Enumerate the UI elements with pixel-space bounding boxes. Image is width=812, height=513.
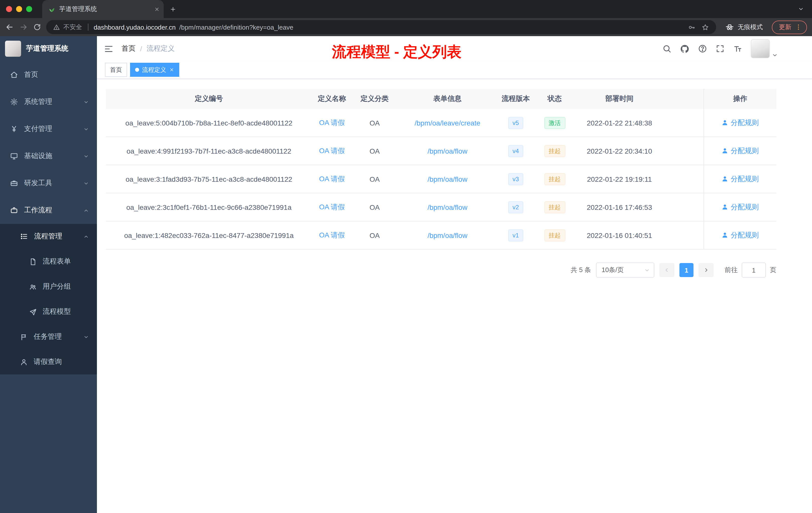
- sidebar-item-leave-query[interactable]: 请假查询: [0, 350, 97, 374]
- url-divider: [88, 24, 88, 31]
- sidebar-item-payment[interactable]: 支付管理: [0, 116, 97, 143]
- definition-name-link[interactable]: OA 请假: [319, 175, 345, 182]
- goto-label: 前往: [725, 266, 738, 275]
- form-link[interactable]: /bpm/oa/flow: [428, 147, 467, 155]
- action-label: 分配规则: [731, 231, 759, 240]
- security-label[interactable]: 不安全: [63, 23, 82, 31]
- prev-page-button[interactable]: [659, 263, 674, 277]
- tag-process-definition[interactable]: 流程定义: [130, 63, 179, 77]
- close-tab-icon[interactable]: [154, 6, 160, 12]
- app-title: 芋道管理系统: [26, 44, 68, 53]
- sidebar-item-workflow[interactable]: 工作流程: [0, 197, 97, 224]
- pagination: 共 5 条 10条/页 1 前往 页: [106, 263, 776, 278]
- assign-rule-link[interactable]: 分配规则: [722, 203, 759, 212]
- tab-search-chevron-icon[interactable]: [798, 6, 804, 12]
- font-size-icon[interactable]: [733, 44, 742, 53]
- new-tab-button[interactable]: [170, 6, 176, 12]
- sidebar-item-system[interactable]: 系统管理: [0, 88, 97, 116]
- minimize-window-button[interactable]: [16, 6, 22, 12]
- goto-page-input[interactable]: [742, 263, 766, 278]
- chevron-down-icon: [83, 99, 89, 105]
- sidebar-item-process-form[interactable]: 流程表单: [0, 249, 97, 274]
- definition-category: OA: [352, 231, 397, 239]
- flag-icon: [20, 333, 28, 340]
- forward-icon[interactable]: [19, 23, 28, 32]
- page-unit-label: 页: [770, 266, 776, 275]
- workflow-submenu: 流程管理 流程表单 用户分组 流程模型 任务管理: [0, 224, 97, 374]
- page-size-value: 10条/页: [602, 266, 624, 275]
- chevron-up-icon: [83, 208, 89, 213]
- sidebar-item-process-management[interactable]: 流程管理: [0, 224, 97, 249]
- definition-category: OA: [352, 147, 397, 155]
- assign-rule-link[interactable]: 分配规则: [722, 146, 759, 155]
- form-link[interactable]: /bpm/oa/flow: [428, 231, 467, 239]
- column-header: 表单信息: [397, 94, 498, 103]
- app-logo[interactable]: 芋道管理系统: [0, 36, 97, 61]
- reload-icon[interactable]: [33, 23, 41, 31]
- back-icon[interactable]: [5, 23, 14, 32]
- avatar[interactable]: [751, 39, 770, 58]
- breadcrumb-home[interactable]: 首页: [121, 44, 136, 53]
- zoom-window-button[interactable]: [26, 6, 32, 12]
- chevron-down-icon: [644, 267, 650, 273]
- definition-name-link[interactable]: OA 请假: [319, 203, 345, 211]
- search-icon[interactable]: [662, 44, 671, 53]
- users-icon: [29, 283, 37, 291]
- help-icon[interactable]: [698, 44, 707, 53]
- sidebar-item-home[interactable]: 首页: [0, 61, 97, 88]
- github-icon[interactable]: [680, 44, 690, 54]
- not-secure-warning-icon[interactable]: [53, 24, 60, 30]
- chevron-down-icon: [83, 180, 89, 186]
- definition-id: oa_leave:4:991f2193-7b7f-11ec-a3c8-acde4…: [106, 147, 312, 155]
- definition-name-link[interactable]: OA 请假: [319, 146, 345, 154]
- close-window-button[interactable]: [6, 6, 12, 12]
- definition-category: OA: [352, 119, 397, 127]
- browser-menu-icon[interactable]: [795, 24, 802, 31]
- document-icon: [29, 258, 37, 265]
- sidebar-item-dev-tools[interactable]: 研发工具: [0, 170, 97, 197]
- tag-home[interactable]: 首页: [105, 63, 127, 77]
- next-page-button[interactable]: [698, 263, 714, 277]
- page-size-select[interactable]: 10条/页: [596, 263, 654, 278]
- password-key-icon[interactable]: [688, 23, 696, 31]
- assign-rule-link[interactable]: 分配规则: [722, 231, 759, 240]
- toolbox-icon: [10, 179, 18, 187]
- monitor-icon: [10, 152, 18, 160]
- sidebar-item-label: 基础设施: [24, 152, 52, 161]
- status-badge: 挂起: [544, 173, 565, 185]
- version-badge: v1: [508, 229, 523, 241]
- user-menu[interactable]: [751, 39, 778, 58]
- address-bar[interactable]: 不安全 dashboard.yudao.iocoder.cn /bpm/mana…: [46, 20, 716, 34]
- bookmark-star-icon[interactable]: [701, 23, 709, 31]
- form-link[interactable]: /bpm/oa/flow: [428, 175, 467, 183]
- column-header: 状态: [534, 94, 576, 103]
- table-row: oa_leave:2:3c1f0ef1-76b1-11ec-9c66-a2380…: [106, 193, 776, 221]
- browser-tab[interactable]: 芋道管理系统: [42, 0, 164, 18]
- list-icon: [20, 233, 28, 240]
- form-link[interactable]: /bpm/oa/leave/create: [414, 119, 480, 127]
- definition-name-link[interactable]: OA 请假: [319, 231, 345, 239]
- close-tag-icon[interactable]: [169, 67, 174, 72]
- tag-label: 流程定义: [142, 65, 166, 74]
- current-page-button[interactable]: 1: [679, 263, 694, 277]
- sidebar-item-task-management[interactable]: 任务管理: [0, 324, 97, 350]
- sidebar-item-user-group[interactable]: 用户分组: [0, 274, 97, 299]
- url-host: dashboard.yudao.iocoder.cn: [94, 23, 176, 31]
- sidebar-item-infrastructure[interactable]: 基础设施: [0, 143, 97, 170]
- assign-rule-link[interactable]: 分配规则: [722, 118, 759, 127]
- fullscreen-icon[interactable]: [716, 44, 725, 53]
- table-row: oa_leave:5:004b710b-7b8a-11ec-8ef0-acde4…: [106, 109, 776, 137]
- sidebar-item-label: 工作流程: [24, 206, 52, 215]
- browser-update-button[interactable]: 更新: [772, 20, 807, 34]
- collapse-sidebar-icon[interactable]: [104, 44, 114, 54]
- form-link[interactable]: /bpm/oa/flow: [428, 203, 467, 211]
- url-path: /bpm/manager/definition?key=oa_leave: [179, 23, 293, 31]
- definition-name-link[interactable]: OA 请假: [319, 118, 345, 126]
- person-icon: [722, 176, 728, 182]
- sidebar-item-label: 首页: [24, 70, 38, 79]
- annotation-title: 流程模型 - 定义列表: [332, 42, 462, 62]
- assign-rule-link[interactable]: 分配规则: [722, 175, 759, 183]
- sidebar-item-process-model[interactable]: 流程模型: [0, 299, 97, 324]
- definition-table: 定义编号 定义名称 定义分类 表单信息 流程版本 状态 部署时间 操作 oa_l…: [106, 89, 776, 249]
- update-label: 更新: [779, 23, 791, 31]
